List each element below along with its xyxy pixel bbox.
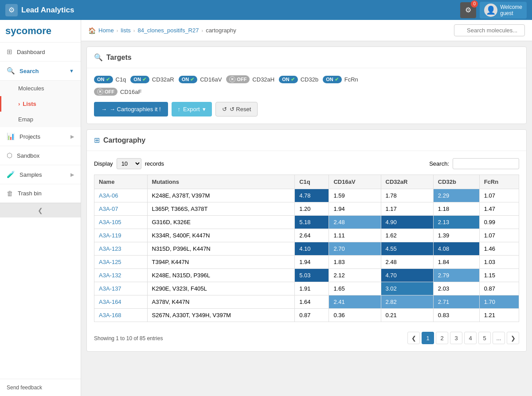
cartography-title: Cartography bbox=[103, 136, 145, 144]
breadcrumb-home[interactable]: Home bbox=[98, 27, 114, 34]
table-search-input[interactable] bbox=[453, 158, 519, 169]
sidebar-item-molecules[interactable]: Molecules bbox=[0, 81, 81, 96]
sidebar-item-dashboard[interactable]: ⊞ Dashboard bbox=[0, 43, 81, 62]
cartography-panel: ⊞ Cartography Display 10 25 50 100 recor… bbox=[86, 129, 527, 352]
breadcrumb-sep-3: › bbox=[201, 28, 203, 33]
toggle-cd16af[interactable]: ✕ OFF CD16aF bbox=[94, 88, 141, 96]
collapse-icon: ❮ bbox=[38, 207, 43, 214]
cell-mutations: S267N, A330T, Y349H, V397M bbox=[147, 309, 295, 322]
notification-badge: 0 bbox=[471, 0, 478, 8]
toggle-off-label-2: OFF bbox=[105, 89, 114, 94]
sidebar-item-search[interactable]: 🔍 Search ▼ bbox=[0, 62, 81, 81]
toggle-off-label: OFF bbox=[237, 77, 246, 82]
cell-mutations: K334R, S400F, K447N bbox=[147, 229, 295, 242]
molecule-link[interactable]: A3A-07 bbox=[99, 206, 118, 212]
toggle-fcrn-on: ON ✔ bbox=[323, 76, 342, 83]
search-molecules-input[interactable] bbox=[454, 24, 525, 36]
toggle-on-label: ON bbox=[182, 77, 189, 82]
breadcrumb-clones[interactable]: 84_clones_positifs_R27 bbox=[137, 27, 199, 34]
col-cd32ar: CD32aR bbox=[381, 175, 433, 189]
records-select[interactable]: 10 25 50 100 bbox=[117, 158, 141, 169]
molecule-link[interactable]: A3A-132 bbox=[99, 272, 121, 279]
chevron-down-icon: ▼ bbox=[69, 68, 74, 74]
cell-name: A3A-132 bbox=[94, 269, 148, 282]
sidebar-collapse-button[interactable]: ❮ bbox=[0, 203, 81, 217]
page-4-button[interactable]: 4 bbox=[464, 332, 477, 344]
sidebar-trash-label: Trash bin bbox=[18, 190, 74, 197]
table-row: A3A-123N315D, P396L, K447N4.102.704.554.… bbox=[94, 242, 519, 256]
molecule-link[interactable]: A3A-105 bbox=[99, 219, 121, 225]
toggle-cd16af-off: ✕ OFF bbox=[94, 88, 117, 96]
sidebar-item-sandbox[interactable]: ⬡ Sandbox bbox=[0, 146, 81, 165]
cell-value: 4.90 bbox=[381, 216, 433, 229]
cell-value: 0.83 bbox=[433, 309, 479, 322]
molecule-link[interactable]: A3A-164 bbox=[99, 299, 121, 305]
page-next-button[interactable]: ❯ bbox=[507, 332, 519, 344]
check-icon-4: ✔ bbox=[291, 77, 295, 82]
toggle-fcrn[interactable]: ON ✔ FcRn bbox=[323, 75, 358, 83]
sidebar-projects-label: Projects bbox=[20, 133, 70, 140]
molecule-link[interactable]: A3A-123 bbox=[99, 245, 121, 252]
cell-mutations: A378V, K447N bbox=[147, 295, 295, 309]
sidebar-item-emap[interactable]: Emap bbox=[0, 112, 81, 127]
search-label: Search: bbox=[429, 160, 449, 167]
cell-name: A3A-07 bbox=[94, 202, 148, 216]
check-icon-3: ✔ bbox=[190, 77, 194, 82]
cell-value: 2.71 bbox=[433, 295, 479, 309]
toggle-c1q[interactable]: ON ✔ C1q bbox=[94, 75, 126, 83]
logo-text: sycomore bbox=[5, 25, 51, 37]
sidebar-item-lists[interactable]: › Lists bbox=[0, 96, 81, 112]
search-submenu: Molecules › Lists Emap bbox=[0, 81, 81, 127]
gear-button[interactable]: ⚙ 0 bbox=[460, 2, 476, 18]
toggle-cd16av-label: CD16aV bbox=[200, 76, 222, 83]
toggle-cd32b[interactable]: ON ✔ CD32b bbox=[279, 75, 318, 83]
toggle-cd32ah[interactable]: ✕ OFF CD32aH bbox=[226, 75, 274, 83]
cell-value: 2.64 bbox=[295, 229, 329, 242]
send-feedback-button[interactable]: Send feedback bbox=[0, 379, 81, 396]
cartographies-button[interactable]: → → Cartographies it ! bbox=[94, 102, 168, 116]
cell-value: 0.36 bbox=[329, 309, 381, 322]
page-1-button[interactable]: 1 bbox=[422, 332, 434, 344]
cell-value: 1.78 bbox=[381, 189, 433, 202]
page-ellipsis: ... bbox=[493, 332, 505, 344]
cell-value: 1.39 bbox=[433, 229, 479, 242]
page-5-button[interactable]: 5 bbox=[478, 332, 491, 344]
sidebar-item-projects[interactable]: 📊 Projects ▶ bbox=[0, 127, 81, 146]
user-menu[interactable]: 👤 Welcome guest bbox=[480, 2, 527, 19]
targets-toggles-row2: ✕ OFF CD16aF bbox=[94, 88, 519, 96]
page-2-button[interactable]: 2 bbox=[436, 332, 448, 344]
toggle-cd16av[interactable]: ON ✔ CD16aV bbox=[179, 75, 222, 83]
sidebar-item-trash[interactable]: 🗑 Trash bin bbox=[0, 184, 81, 203]
molecule-link[interactable]: A3A-119 bbox=[99, 232, 121, 239]
cell-value: 1.15 bbox=[479, 269, 519, 282]
cell-value: 1.62 bbox=[381, 229, 433, 242]
cell-value: 2.41 bbox=[329, 295, 381, 309]
export-button[interactable]: ↑ Export ▾ bbox=[172, 102, 212, 116]
col-cd16av: CD16aV bbox=[329, 175, 381, 189]
molecules-label: Molecules bbox=[18, 85, 44, 92]
molecule-link[interactable]: A3A-137 bbox=[99, 285, 121, 292]
cell-value: 1.65 bbox=[329, 282, 381, 295]
targets-panel: 🔍 Targets ON ✔ C1q bbox=[86, 47, 527, 124]
molecule-link[interactable]: A3A-06 bbox=[99, 192, 118, 199]
sidebar-sandbox-label: Sandbox bbox=[17, 152, 74, 159]
table-row: A3A-164A378V, K447N1.642.412.822.711.70 bbox=[94, 295, 519, 309]
cell-mutations: N315D, P396L, K447N bbox=[147, 242, 295, 256]
reset-button[interactable]: ↺ ↺ Reset bbox=[215, 102, 258, 116]
molecule-link[interactable]: A3A-125 bbox=[99, 259, 121, 265]
molecule-link[interactable]: A3A-168 bbox=[99, 312, 121, 318]
breadcrumb-lists[interactable]: lists bbox=[121, 27, 130, 34]
cartography-panel-header: ⊞ Cartography bbox=[87, 130, 526, 151]
cell-value: 1.91 bbox=[295, 282, 329, 295]
check-icon-5: ✔ bbox=[335, 77, 339, 82]
col-fcrn: FcRn bbox=[479, 175, 519, 189]
cell-name: A3A-105 bbox=[94, 216, 148, 229]
page-3-button[interactable]: 3 bbox=[450, 332, 462, 344]
sidebar-item-samples[interactable]: 🧪 Samples ▶ bbox=[0, 165, 81, 184]
main-content: 🏠 Home › lists › 84_clones_positifs_R27 … bbox=[81, 20, 532, 396]
emap-label: Emap bbox=[18, 116, 33, 123]
toggle-cd32ar[interactable]: ON ✔ CD32aR bbox=[130, 75, 174, 83]
sidebar-samples-label: Samples bbox=[20, 171, 70, 178]
page-prev-button[interactable]: ❮ bbox=[407, 332, 420, 344]
toggle-cd32ah-label: CD32aH bbox=[252, 76, 274, 83]
